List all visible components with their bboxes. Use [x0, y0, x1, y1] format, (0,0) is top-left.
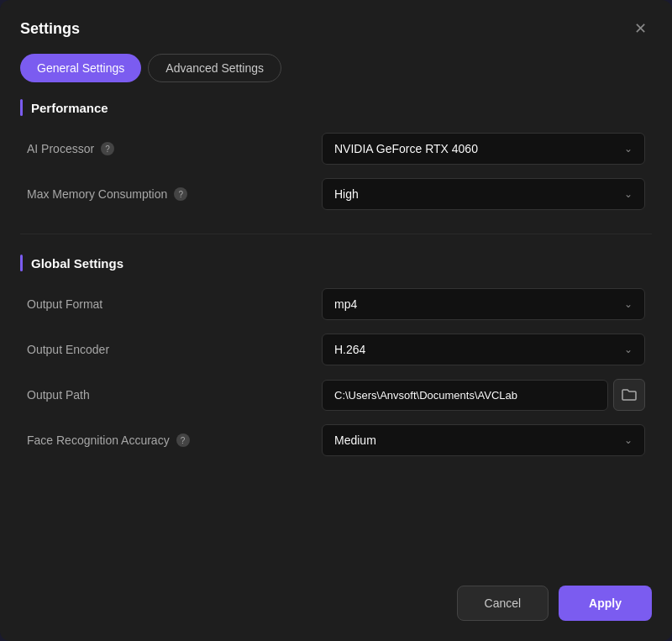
max-memory-control: High ⌄ [322, 178, 645, 210]
ai-processor-label: AI Processor ? [27, 142, 114, 155]
field-max-memory: Max Memory Consumption ? High ⌄ [20, 178, 652, 210]
field-output-path: Output Path C:\Users\Anvsoft\Documents\A… [20, 379, 652, 411]
apply-button[interactable]: Apply [559, 586, 652, 621]
face-recognition-chevron-icon: ⌄ [624, 434, 633, 446]
tab-advanced[interactable]: Advanced Settings [148, 54, 281, 82]
tabs-bar: General Settings Advanced Settings [0, 54, 672, 99]
max-memory-select[interactable]: High ⌄ [322, 178, 645, 210]
output-format-label: Output Format [27, 297, 102, 311]
output-path-label: Output Path [27, 388, 90, 402]
output-format-select[interactable]: mp4 ⌄ [322, 288, 645, 320]
output-encoder-label: Output Encoder [27, 343, 109, 356]
ai-processor-help-icon[interactable]: ? [101, 142, 114, 155]
section-bar-global [20, 255, 23, 271]
output-encoder-control: H.264 ⌄ [322, 334, 645, 365]
output-encoder-chevron-icon: ⌄ [624, 344, 633, 355]
face-recognition-select[interactable]: Medium ⌄ [322, 424, 645, 456]
output-format-value: mp4 [334, 297, 357, 311]
face-recognition-label: Face Recognition Accuracy ? [27, 433, 190, 447]
section-title-performance: Performance [31, 101, 108, 115]
field-output-format: Output Format mp4 ⌄ [20, 288, 652, 320]
output-encoder-select[interactable]: H.264 ⌄ [322, 334, 645, 365]
output-path-control: C:\Users\Anvsoft\Documents\AVCLab [322, 379, 645, 411]
max-memory-label: Max Memory Consumption ? [27, 187, 187, 201]
output-path-input[interactable]: C:\Users\Anvsoft\Documents\AVCLab [322, 380, 608, 411]
face-recognition-control: Medium ⌄ [322, 424, 645, 456]
dialog-title: Settings [20, 20, 80, 38]
ai-processor-control: NVIDIA GeForce RTX 4060 ⌄ [322, 133, 645, 165]
max-memory-value: High [334, 187, 359, 201]
ai-processor-value: NVIDIA GeForce RTX 4060 [334, 142, 478, 155]
section-performance: Performance AI Processor ? NVIDIA GeForc… [20, 99, 652, 210]
max-memory-chevron-icon: ⌄ [624, 188, 633, 200]
output-format-chevron-icon: ⌄ [624, 298, 633, 310]
title-bar: Settings ✕ [0, 0, 672, 54]
section-bar-performance [20, 99, 23, 116]
settings-content: Performance AI Processor ? NVIDIA GeForc… [0, 99, 672, 572]
section-title-global: Global Settings [31, 256, 123, 271]
max-memory-help-icon[interactable]: ? [174, 187, 187, 201]
settings-dialog: Settings ✕ General Settings Advanced Set… [0, 0, 672, 641]
output-encoder-value: H.264 [334, 343, 365, 356]
output-format-control: mp4 ⌄ [322, 288, 645, 320]
section-performance-header: Performance [20, 99, 652, 116]
field-ai-processor: AI Processor ? NVIDIA GeForce RTX 4060 ⌄ [20, 133, 652, 165]
face-recognition-value: Medium [334, 433, 376, 447]
folder-icon [622, 388, 637, 402]
close-button[interactable]: ✕ [628, 17, 652, 40]
ai-processor-chevron-icon: ⌄ [624, 143, 633, 155]
tab-general[interactable]: General Settings [20, 54, 141, 82]
path-row: C:\Users\Anvsoft\Documents\AVCLab [322, 379, 645, 411]
browse-folder-button[interactable] [613, 379, 645, 411]
field-face-recognition: Face Recognition Accuracy ? Medium ⌄ [20, 424, 652, 456]
field-output-encoder: Output Encoder H.264 ⌄ [20, 334, 652, 365]
dialog-footer: Cancel Apply [0, 572, 672, 641]
section-global: Global Settings Output Format mp4 ⌄ Outp… [20, 255, 652, 456]
section-global-header: Global Settings [20, 255, 652, 271]
cancel-button[interactable]: Cancel [457, 586, 549, 621]
ai-processor-select[interactable]: NVIDIA GeForce RTX 4060 ⌄ [322, 133, 645, 165]
section-divider [20, 234, 652, 234]
face-recognition-help-icon[interactable]: ? [176, 433, 190, 447]
